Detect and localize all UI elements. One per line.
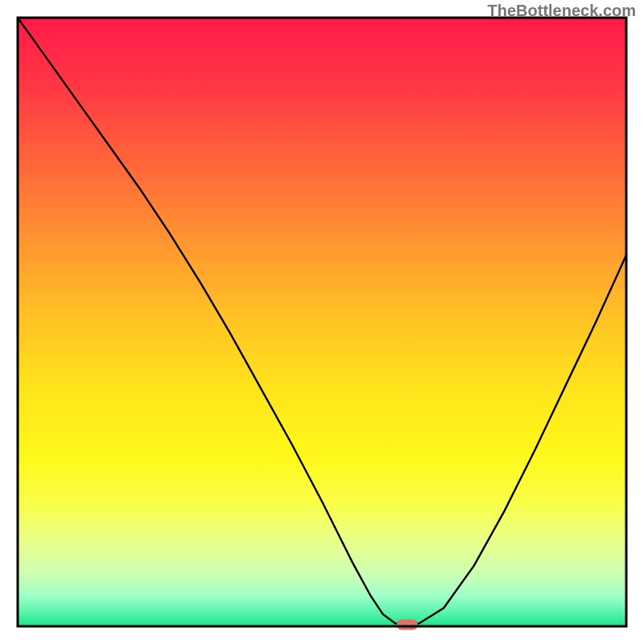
watermark-label: TheBottleneck.com — [488, 2, 636, 20]
bottleneck-chart — [0, 0, 644, 644]
plot-background — [18, 18, 626, 626]
chart-container: TheBottleneck.com — [0, 0, 644, 644]
optimal-point-marker — [397, 620, 418, 630]
